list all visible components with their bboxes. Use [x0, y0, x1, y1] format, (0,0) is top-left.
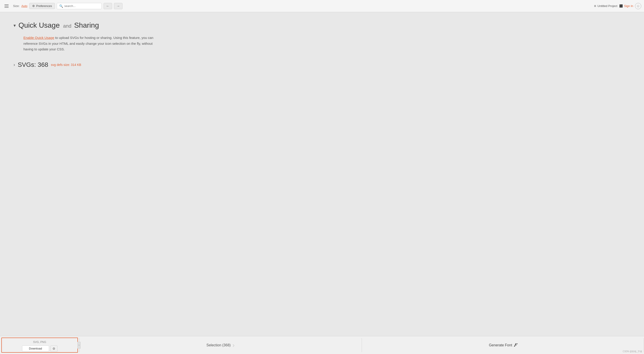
quick-usage-and-text: and — [62, 23, 74, 29]
preferences-label: Preferences — [36, 4, 52, 8]
download-row: Download ⚙ — [22, 346, 58, 352]
footer: SVG, PNG Download ⚙ › Selection (368) › … — [0, 336, 644, 354]
size-value[interactable]: Auto — [22, 4, 28, 8]
size-label: Size: — [13, 4, 20, 8]
sign-in-label: Sign In — [624, 4, 633, 8]
quick-usage-title-text: Quick Usage — [18, 21, 60, 29]
gear-icon: ⚙ — [32, 4, 35, 8]
enable-quick-usage-link[interactable]: Enable Quick Usage — [24, 36, 54, 40]
layers-icon: ≡ — [594, 4, 596, 8]
download-button[interactable]: Download — [22, 346, 49, 352]
download-settings-button[interactable]: ⚙ — [50, 346, 58, 352]
chevron-right-icon: › — [232, 342, 234, 349]
back-button[interactable]: ← — [104, 3, 112, 9]
search-icon: 🔍 — [59, 4, 63, 8]
format-label: SVG, PNG — [33, 341, 46, 344]
quick-usage-section-header: ▾ Quick Usage and Sharing — [14, 21, 630, 29]
svgs-title: SVGs: 368 — [18, 61, 48, 68]
generate-font-label: Generate Font — [489, 343, 512, 347]
generate-section[interactable]: Generate Font 𝐹 — [362, 336, 644, 354]
quick-usage-title: Quick Usage and Sharing — [18, 21, 99, 29]
search-input[interactable] — [64, 4, 99, 8]
download-panel: SVG, PNG Download ⚙ › — [1, 338, 78, 353]
preferences-button[interactable]: ⚙ Preferences — [29, 3, 55, 9]
menu-button[interactable] — [3, 3, 10, 9]
sign-in-icon: ⬛ — [619, 4, 623, 8]
sign-in-button[interactable]: ⬛ Sign In — [619, 4, 633, 8]
forward-button[interactable]: → — [114, 3, 122, 9]
quick-usage-description: Enable Quick Usage to upload SVGs for ho… — [24, 35, 154, 52]
panel-collapse-button[interactable]: › — [78, 342, 80, 349]
selection-section: Selection (368) › — [80, 336, 362, 354]
font-icon: 𝐹 — [514, 343, 516, 348]
collapse-icon[interactable]: ▾ — [14, 23, 16, 28]
panel-collapse-icon: › — [78, 344, 79, 346]
watermark: CSDN @前端_字嘉 — [622, 350, 642, 353]
avatar[interactable]: ☺ — [635, 3, 641, 9]
selection-label: Selection (368) — [206, 343, 231, 347]
header: Size: Auto ⚙ Preferences 🔍 ← → ≡ Untitle… — [0, 0, 644, 12]
project-name: Untitled Project — [598, 4, 617, 8]
sharing-text: Sharing — [74, 21, 99, 29]
project-area[interactable]: ≡ Untitled Project — [594, 4, 618, 8]
expand-icon[interactable]: › — [14, 62, 15, 67]
main-content: ▾ Quick Usage and Sharing Enable Quick U… — [0, 12, 644, 336]
svgs-meta: svg defs size: 314 KB — [51, 63, 81, 67]
search-box: 🔍 — [57, 3, 102, 9]
svgs-section-header: › SVGs: 368 svg defs size: 314 KB — [14, 61, 630, 68]
